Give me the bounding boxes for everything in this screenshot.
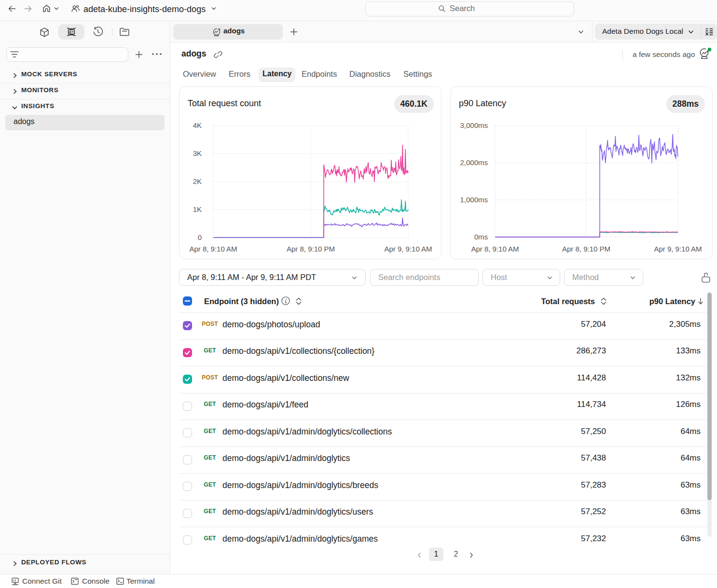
svg-text:Apr 8, 9:10 PM: Apr 8, 9:10 PM — [287, 245, 335, 253]
svg-text:2K: 2K — [193, 177, 202, 185]
svg-text:Apr 8, 9:10 AM: Apr 8, 9:10 AM — [189, 245, 237, 253]
svg-text:0ms: 0ms — [474, 233, 488, 241]
svg-text:1K: 1K — [193, 205, 202, 213]
svg-text:4K: 4K — [193, 121, 202, 129]
svg-text:3K: 3K — [193, 149, 202, 157]
svg-text:Apr 9, 9:10 AM: Apr 9, 9:10 AM — [384, 245, 432, 253]
svg-text:Apr 8, 9:10 PM: Apr 8, 9:10 PM — [562, 245, 610, 253]
svg-text:Apr 8, 9:10 AM: Apr 8, 9:10 AM — [471, 245, 519, 253]
svg-text:2,000ms: 2,000ms — [460, 158, 488, 167]
svg-text:3,000ms: 3,000ms — [460, 121, 488, 129]
svg-text:1,000ms: 1,000ms — [460, 196, 488, 204]
svg-text:Apr 9, 9:10 AM: Apr 9, 9:10 AM — [654, 245, 702, 253]
svg-text:0: 0 — [198, 233, 202, 241]
